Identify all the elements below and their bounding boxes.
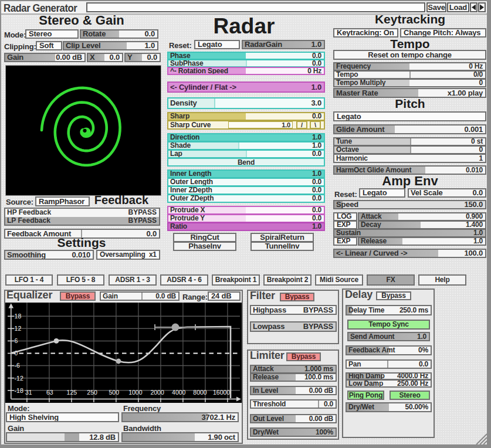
svg-text:31: 31	[25, 389, 32, 396]
svg-text:0: 0	[15, 349, 18, 357]
svg-text:12: 12	[15, 325, 22, 332]
svg-text:63: 63	[46, 389, 53, 396]
svg-text:250: 250	[87, 389, 97, 396]
svg-text:8000: 8000	[193, 389, 207, 396]
svg-text:1000: 1000	[128, 389, 143, 396]
svg-text:500: 500	[109, 389, 120, 396]
svg-text:-18: -18	[15, 387, 23, 394]
svg-text:18: 18	[15, 313, 22, 320]
svg-text:16000: 16000	[213, 389, 230, 396]
svg-text:125: 125	[67, 389, 77, 396]
svg-text:2000: 2000	[150, 389, 164, 396]
svg-text:6: 6	[15, 337, 18, 344]
svg-text:-12: -12	[15, 375, 23, 382]
svg-text:4000: 4000	[172, 389, 186, 396]
svg-text:-6: -6	[15, 362, 20, 369]
